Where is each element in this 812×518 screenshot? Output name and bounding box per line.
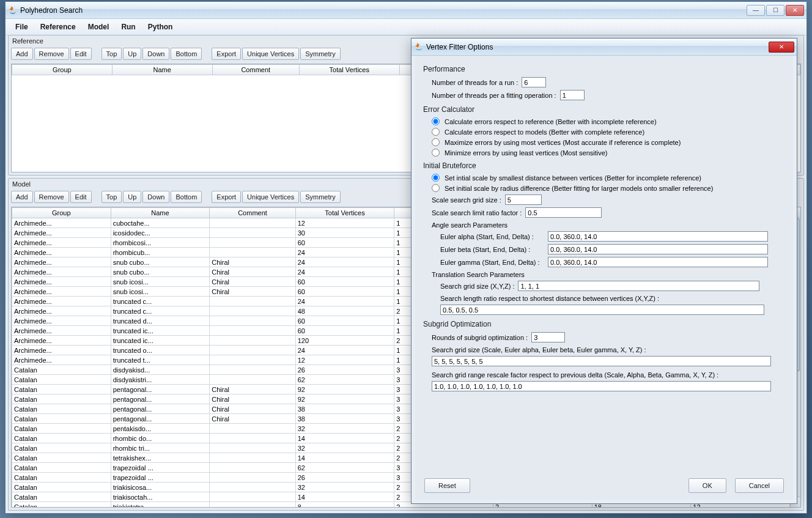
table-cell[interactable]: Catalan (12, 502, 111, 508)
table-cell[interactable]: pentagonal... (111, 414, 210, 424)
table-cell[interactable]: Catalan (12, 375, 111, 385)
table-cell[interactable]: Chiral (210, 267, 295, 277)
ref-down-button[interactable]: Down (142, 48, 169, 60)
table-cell[interactable]: rhombicub... (111, 248, 210, 257)
menu-python[interactable]: Python (142, 20, 179, 34)
table-cell[interactable]: Catalan (12, 483, 111, 492)
table-cell[interactable]: 60 (295, 287, 394, 297)
table-cell[interactable]: rhombicosi... (111, 238, 210, 248)
error-opt2-radio[interactable] (432, 128, 440, 136)
table-cell[interactable]: 26 (295, 473, 394, 483)
ref-export-button[interactable]: Export (212, 48, 241, 60)
table-cell[interactable]: 24 (295, 257, 394, 267)
maximize-button[interactable]: ☐ (766, 5, 784, 16)
error-opt4-radio[interactable] (432, 149, 440, 157)
beta-input[interactable] (548, 244, 768, 254)
main-titlebar[interactable]: Polyhedron Search — ☐ ✕ (6, 2, 806, 19)
threads-run-input[interactable] (522, 77, 546, 87)
table-cell[interactable]: 8 (295, 502, 394, 508)
table-cell[interactable]: 24 (295, 297, 394, 306)
table-cell[interactable] (210, 306, 295, 316)
table-cell[interactable]: truncated ic... (111, 326, 210, 336)
table-cell[interactable] (210, 316, 295, 326)
table-cell[interactable] (210, 346, 295, 355)
gamma-input[interactable] (548, 257, 768, 267)
table-cell[interactable]: Archimede... (12, 287, 111, 297)
error-opt1-radio[interactable] (432, 117, 440, 125)
ok-button[interactable]: OK (688, 478, 726, 493)
limit-ratio-input[interactable] (525, 207, 602, 218)
table-cell[interactable]: 38 (295, 414, 394, 424)
table-cell[interactable]: 120 (295, 336, 394, 346)
bf-opt1-radio[interactable] (432, 174, 440, 182)
table-cell[interactable]: Catalan (12, 492, 111, 502)
table-cell[interactable]: Catalan (12, 453, 111, 463)
table-cell[interactable]: Chiral (210, 394, 295, 404)
table-cell[interactable]: trapezoidal ... (111, 473, 210, 483)
table-cell[interactable]: 92 (295, 385, 394, 394)
model-up-button[interactable]: Up (123, 191, 141, 203)
table-cell[interactable] (210, 336, 295, 346)
table-cell[interactable]: Archimede... (12, 346, 111, 355)
table-cell[interactable]: snub icosi... (111, 277, 210, 287)
ref-symmetry-button[interactable]: Symmetry (300, 48, 341, 60)
table-cell[interactable] (210, 297, 295, 306)
table-cell[interactable]: cuboctahe... (111, 218, 210, 228)
table-cell[interactable]: snub cubo... (111, 257, 210, 267)
subgrid-size-input[interactable] (432, 356, 771, 366)
ref-unique-button[interactable]: Unique Vertices (242, 48, 299, 60)
table-cell[interactable]: 92 (295, 394, 394, 404)
table-cell[interactable]: Archimede... (12, 306, 111, 316)
model-column-header[interactable]: Comment (210, 208, 295, 218)
menu-run[interactable]: Run (115, 20, 141, 34)
table-cell[interactable]: Chiral (210, 287, 295, 297)
table-cell[interactable] (210, 492, 295, 502)
table-cell[interactable]: trapezoidal ... (111, 463, 210, 473)
table-cell[interactable]: 38 (295, 404, 394, 414)
table-cell[interactable]: truncated c... (111, 297, 210, 306)
table-cell[interactable]: snub icosi... (111, 287, 210, 297)
model-down-button[interactable]: Down (142, 191, 169, 203)
table-cell[interactable] (210, 228, 295, 238)
table-cell[interactable]: Archimede... (12, 336, 111, 346)
ref-column-header[interactable]: Comment (212, 65, 299, 75)
rounds-input[interactable] (531, 332, 565, 342)
table-cell[interactable]: Archimede... (12, 355, 111, 365)
table-cell[interactable]: rhombic tri... (111, 443, 210, 453)
table-cell[interactable]: Catalan (12, 424, 111, 434)
table-cell[interactable] (210, 434, 295, 443)
table-cell[interactable] (210, 463, 295, 473)
table-cell[interactable]: 24 (295, 267, 394, 277)
table-cell[interactable]: Catalan (12, 385, 111, 394)
table-cell[interactable]: Catalan (12, 365, 111, 375)
table-cell[interactable]: pentagonal... (111, 404, 210, 414)
ref-column-header[interactable]: Total Vertices (299, 65, 399, 75)
table-cell[interactable] (210, 483, 295, 492)
table-cell[interactable]: 30 (295, 228, 394, 238)
table-cell[interactable]: Chiral (210, 385, 295, 394)
table-cell[interactable]: Catalan (12, 463, 111, 473)
model-column-header[interactable]: Total Vertices (295, 208, 394, 218)
table-cell[interactable]: Archimede... (12, 297, 111, 306)
table-cell[interactable] (210, 502, 295, 508)
table-cell[interactable]: truncated c... (111, 306, 210, 316)
table-cell[interactable]: 62 (295, 463, 394, 473)
ref-column-header[interactable]: Group (12, 65, 113, 75)
table-cell[interactable]: Archimede... (12, 316, 111, 326)
table-cell[interactable]: Catalan (12, 404, 111, 414)
table-cell[interactable]: Archimede... (12, 218, 111, 228)
model-column-header[interactable]: Name (111, 208, 210, 218)
table-cell[interactable]: Archimede... (12, 248, 111, 257)
table-cell[interactable]: 12 (295, 355, 394, 365)
table-cell[interactable]: icosidodec... (111, 228, 210, 238)
threads-fit-input[interactable] (560, 90, 585, 100)
minimize-button[interactable]: — (747, 5, 765, 16)
menu-reference[interactable]: Reference (34, 20, 82, 34)
table-cell[interactable]: Archimede... (12, 228, 111, 238)
table-cell[interactable]: 60 (295, 316, 394, 326)
ref-top-button[interactable]: Top (102, 48, 122, 60)
ref-column-header[interactable]: Name (112, 65, 212, 75)
table-cell[interactable] (210, 218, 295, 228)
table-cell[interactable]: rhombic do... (111, 434, 210, 443)
table-cell[interactable] (210, 355, 295, 365)
